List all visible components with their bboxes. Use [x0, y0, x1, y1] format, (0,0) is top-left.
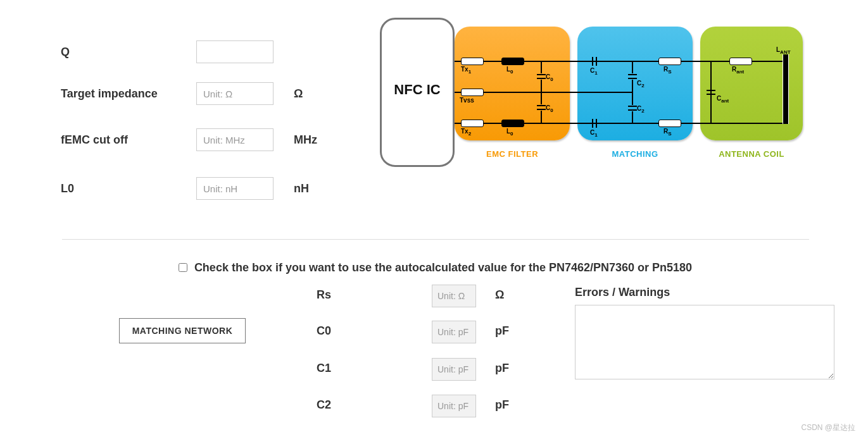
param-row-femc: fEMC cut off MHz [0, 127, 380, 155]
c1-output[interactable] [432, 358, 476, 381]
label-c0-bot: C0 [546, 104, 553, 113]
caption-ant: ANTENNA COIL [700, 149, 803, 159]
comp-lant [783, 54, 789, 124]
page-root: Q Target impedance Ω fEMC cut off MHz L0… [0, 0, 868, 437]
rs-output[interactable] [432, 285, 476, 307]
label-rs-top: RS [664, 66, 672, 75]
out-label-c1: C1 [317, 362, 331, 375]
comp-cant [707, 88, 715, 97]
param-label-femc: fEMC cut off [61, 133, 128, 147]
param-row-target-impedance: Target impedance Ω [0, 81, 380, 109]
wire-c2a [632, 61, 633, 73]
femc-cutoff-input[interactable] [196, 128, 274, 151]
nfc-ic-box: NFC IC [380, 18, 455, 167]
comp-rant [729, 58, 752, 65]
autocalc-label[interactable]: Check the box if you want to use the aut… [176, 261, 692, 274]
param-unit-zt: Ω [294, 87, 303, 101]
out-row-c0: C0 pF [0, 318, 570, 346]
autocalc-row: Check the box if you want to use the aut… [0, 261, 868, 274]
out-row-c2: C2 pF [0, 392, 570, 420]
watermark: CSDN @星达拉 [801, 422, 855, 433]
out-row-rs: Rs Ω [0, 282, 570, 310]
out-label-rs: Rs [317, 288, 331, 302]
out-unit-c2: pF [495, 398, 509, 412]
caption-match: MATCHING [577, 149, 693, 159]
comp-c0-bot [537, 103, 546, 112]
label-rs-bot: RS [664, 128, 672, 137]
comp-c1-bot [590, 119, 599, 128]
comp-tx1 [461, 58, 484, 65]
param-label-q: Q [61, 46, 70, 59]
label-lant: LANT [776, 46, 791, 55]
autocalc-checkbox[interactable] [179, 263, 187, 272]
param-unit-femc: MHz [294, 133, 317, 147]
comp-l0-top [501, 58, 524, 65]
label-tvss: Tvss [460, 97, 474, 104]
out-unit-c1: pF [495, 362, 509, 375]
label-cant: Cant [717, 95, 729, 104]
wire-c0c [541, 92, 542, 104]
wire-c0a [541, 61, 542, 73]
label-rant: Rant [732, 66, 744, 75]
c0-output[interactable] [432, 321, 476, 343]
divider [62, 239, 809, 240]
autocalc-text: Check the box if you want to use the aut… [194, 261, 692, 274]
wire-c0b [541, 80, 542, 92]
c2-output[interactable] [432, 395, 476, 417]
label-c1-bot: C1 [590, 129, 598, 138]
comp-tvss [461, 89, 484, 96]
param-label-zt: Target impedance [61, 87, 158, 101]
label-c2-bot: C2 [637, 105, 645, 114]
out-unit-c0: pF [495, 324, 509, 338]
q-input[interactable] [196, 40, 274, 63]
nfc-ic-label: NFC IC [382, 82, 453, 98]
comp-c0-top [537, 72, 546, 81]
label-c0-top: C0 [546, 73, 553, 82]
comp-rs-top [658, 58, 681, 65]
out-row-c1: C1 pF [0, 355, 570, 383]
out-label-c0: C0 [317, 324, 331, 338]
label-tx2: Tx2 [461, 128, 471, 137]
comp-c2-top [628, 72, 637, 81]
comp-tx2 [461, 120, 484, 127]
comp-c2-bot [628, 104, 637, 113]
param-row-q: Q [0, 39, 380, 67]
wire-c0d [541, 111, 542, 123]
wire-c2b [632, 111, 633, 124]
target-impedance-input[interactable] [196, 82, 274, 105]
out-unit-rs: Ω [495, 288, 504, 302]
wire-c2-tap [569, 92, 633, 93]
caption-emc: EMC FILTER [455, 149, 570, 159]
l0-input[interactable] [196, 177, 274, 200]
out-label-c2: C2 [317, 398, 331, 412]
circuit-diagram: NFC IC EMC FILTER MATCHING ANTENNA COIL … [380, 24, 810, 176]
label-l0-bot: L0 [506, 128, 513, 137]
comp-rs-bot [658, 120, 681, 127]
label-c2-top: C2 [637, 80, 645, 89]
label-l0-top: L0 [506, 66, 513, 75]
errors-warnings-title: Errors / Warnings [575, 286, 670, 299]
label-tx1: Tx1 [461, 66, 471, 75]
comp-c1-top [590, 57, 599, 66]
param-label-l0: L0 [61, 182, 74, 195]
param-row-l0: L0 nH [0, 176, 380, 204]
comp-l0-bot [501, 120, 524, 127]
errors-warnings-box[interactable] [575, 305, 834, 379]
label-c1-top: C1 [590, 67, 598, 76]
param-unit-l0: nH [294, 182, 309, 195]
